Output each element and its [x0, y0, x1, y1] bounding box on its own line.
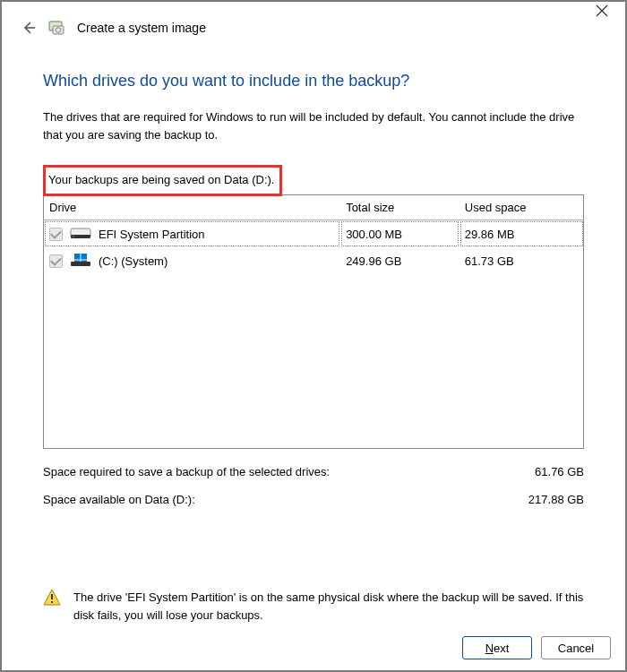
svg-rect-12: [74, 261, 81, 263]
drive-used-space: 29.86 MB: [460, 220, 584, 248]
space-required-row: Space required to save a backup of the s…: [43, 463, 584, 480]
space-available-value: 217.88 GB: [528, 493, 584, 506]
table-row[interactable]: (C:) (System) 249.96 GB 61.73 GB: [44, 247, 584, 274]
footer: Next Cancel: [2, 624, 625, 672]
svg-point-8: [73, 236, 74, 237]
windows-drive-icon: [70, 254, 91, 268]
drive-total-size: 300.00 MB: [340, 220, 460, 248]
svg-rect-10: [74, 254, 81, 260]
space-required-label: Space required to save a backup of the s…: [43, 465, 330, 478]
svg-rect-11: [82, 254, 88, 260]
drive-icon: [70, 227, 91, 241]
drive-name: EFI System Partition: [99, 228, 204, 241]
warning-text: The drive 'EFI System Partition' is on t…: [73, 589, 584, 624]
close-button[interactable]: [593, 2, 611, 20]
svg-rect-15: [51, 601, 53, 603]
checkbox-icon: [49, 254, 63, 268]
space-required-value: 61.76 GB: [535, 465, 584, 478]
back-button[interactable]: [21, 21, 36, 35]
backup-location-text: Your backups are being saved on Data (D:…: [46, 169, 274, 190]
table-empty: [44, 274, 584, 449]
space-available-row: Space available on Data (D:): 217.88 GB: [43, 491, 584, 508]
titlebar: [2, 2, 625, 20]
col-used-space[interactable]: Used space: [460, 195, 584, 220]
question-heading: Which drives do you want to include in t…: [43, 72, 584, 90]
svg-rect-13: [82, 261, 88, 263]
space-available-label: Space available on Data (D:):: [43, 493, 195, 506]
system-image-icon: [48, 20, 64, 36]
cancel-button[interactable]: Cancel: [541, 636, 611, 659]
close-icon: [596, 4, 608, 17]
next-button[interactable]: Next: [462, 636, 532, 659]
checkbox-icon: [49, 228, 63, 241]
svg-rect-9: [71, 262, 90, 266]
page-title: Create a system image: [77, 21, 206, 35]
backup-location-highlight: Your backups are being saved on Data (D:…: [43, 165, 282, 196]
drive-used-space: 61.73 GB: [460, 247, 584, 274]
drive-name: (C:) (System): [99, 254, 167, 268]
drive-total-size: 249.96 GB: [340, 247, 460, 274]
header: Create a system image: [2, 20, 625, 41]
content: Which drives do you want to include in t…: [2, 41, 625, 624]
warning-icon: [43, 589, 61, 607]
table-row[interactable]: EFI System Partition 300.00 MB 29.86 MB: [44, 220, 584, 248]
warning-row: The drive 'EFI System Partition' is on t…: [43, 589, 584, 624]
col-drive[interactable]: Drive: [44, 195, 341, 220]
description-text: The drives that are required for Windows…: [43, 108, 584, 143]
dialog-window: Create a system image Which drives do yo…: [0, 0, 627, 672]
drive-table: Drive Total size Used space: [43, 194, 584, 449]
col-total-size[interactable]: Total size: [340, 195, 460, 220]
svg-rect-14: [51, 594, 53, 599]
